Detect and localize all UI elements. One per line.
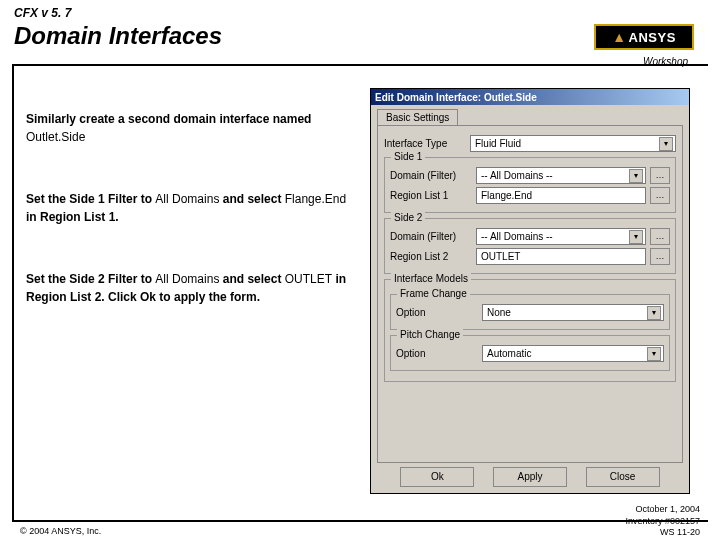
frame-bottom [12,520,708,522]
group-title-frame-change: Frame Change [397,288,470,299]
instruction-2: Set the Side 1 Filter to All Domains and… [26,190,356,226]
listbox-region-list-1[interactable]: Flange.End [476,187,646,204]
group-title-pitch-change: Pitch Change [397,329,463,340]
frame-top [12,64,708,66]
label-interface-type: Interface Type [384,138,466,149]
footer-date: October 1, 2004 [625,504,700,515]
select-domain-filter-2[interactable]: -- All Domains --▾ [476,228,646,245]
select-interface-type[interactable]: Fluid Fluid▾ [470,135,676,152]
select-frame-change[interactable]: None▾ [482,304,664,321]
group-side2: Side 2 Domain (Filter) -- All Domains --… [384,218,676,274]
label-domain-filter-1: Domain (Filter) [390,170,472,181]
label-region-list-1: Region List 1 [390,190,472,201]
chevron-down-icon[interactable]: ▾ [647,306,661,320]
listbox-region-list-2[interactable]: OUTLET [476,248,646,265]
chevron-down-icon[interactable]: ▾ [659,137,673,151]
label-option-frame: Option [396,307,478,318]
chevron-down-icon[interactable]: ▾ [629,230,643,244]
footer-page: WS 11-20 [625,527,700,538]
group-interface-models: Interface Models Frame Change Option Non… [384,279,676,382]
group-title-iface-models: Interface Models [391,273,471,284]
close-button[interactable]: Close [586,467,660,487]
select-pitch-change[interactable]: Automatic▾ [482,345,664,362]
select-domain-filter-1[interactable]: -- All Domains --▾ [476,167,646,184]
dialog-titlebar: Edit Domain Interface: Outlet.Side [371,89,689,105]
chevron-down-icon[interactable]: ▾ [647,347,661,361]
ellipsis-button[interactable]: … [650,228,670,245]
dialog: Edit Domain Interface: Outlet.Side Basic… [370,88,690,494]
version-label: CFX v 5. 7 [14,6,706,20]
footer-info: October 1, 2004 Inventory #002157 WS 11-… [625,504,700,538]
frame-left [12,64,14,520]
chevron-down-icon[interactable]: ▾ [629,169,643,183]
group-title-side1: Side 1 [391,151,425,162]
group-pitch-change: Pitch Change Option Automatic▾ [390,335,670,371]
footer-inventory: Inventory #002157 [625,516,700,527]
ellipsis-button[interactable]: … [650,248,670,265]
label-option-pitch: Option [396,348,478,359]
instruction-1: Similarly create a second domain interfa… [26,110,356,146]
group-frame-change: Frame Change Option None▾ [390,294,670,330]
group-title-side2: Side 2 [391,212,425,223]
ok-button[interactable]: Ok [400,467,474,487]
dialog-panel: Interface Type Fluid Fluid▾ Side 1 Domai… [377,125,683,463]
label-region-list-2: Region List 2 [390,251,472,262]
tab-basic-settings[interactable]: Basic Settings [377,109,458,125]
footer-copyright: © 2004 ANSYS, Inc. [20,526,101,536]
ellipsis-button[interactable]: … [650,187,670,204]
ellipsis-button[interactable]: … [650,167,670,184]
group-side1: Side 1 Domain (Filter) -- All Domains --… [384,157,676,213]
logo: ▲ANSYS [594,24,694,50]
instruction-3: Set the Side 2 Filter to All Domains and… [26,270,356,306]
apply-button[interactable]: Apply [493,467,567,487]
label-domain-filter-2: Domain (Filter) [390,231,472,242]
